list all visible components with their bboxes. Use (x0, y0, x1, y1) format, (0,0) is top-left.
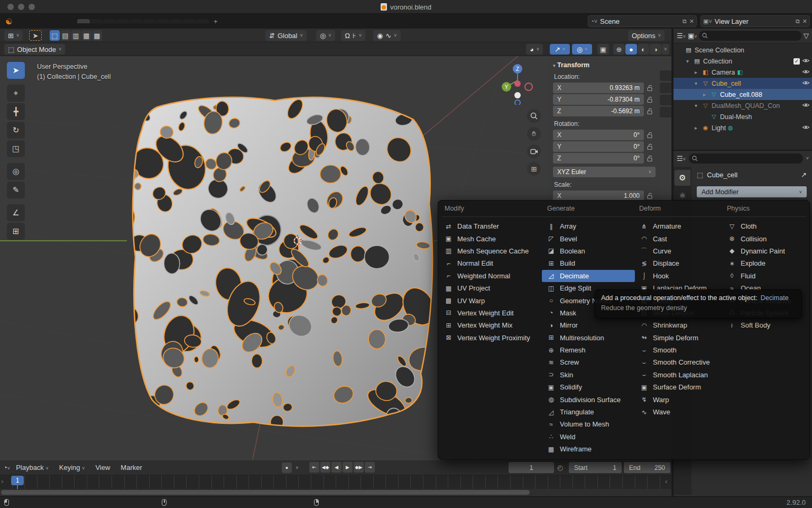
play-button[interactable]: ▶ (343, 462, 353, 473)
expander-icon[interactable]: ▸ (701, 92, 708, 97)
new-layer-icon[interactable]: ⧉ (796, 18, 800, 25)
modifier-menu-item[interactable]: ◸Bevel (542, 232, 635, 244)
move-view-button[interactable]: ✋︎ (527, 127, 541, 141)
delete-scene-icon[interactable]: ✕ (689, 18, 694, 25)
perspective-toggle-button[interactable]: ⊞ (527, 162, 541, 176)
modifier-menu-item[interactable]: ∗Explode (723, 257, 807, 269)
modifier-menu-item[interactable]: ◿Decimate (542, 270, 635, 282)
properties-filter-dropdown[interactable]: ˅ (806, 156, 809, 161)
modifier-menu-item[interactable]: ▦Wireframe (542, 443, 635, 455)
modifier-menu-item[interactable]: ⌡Hook (635, 270, 723, 282)
outliner-row[interactable]: ▸ ◉ Light ◍ (673, 122, 812, 133)
tool-button[interactable]: ➤ (7, 62, 25, 79)
select-extend-icon[interactable]: ▤ (60, 30, 70, 41)
keying-menu[interactable]: Keying ˅ (54, 462, 90, 473)
modifier-menu-item[interactable]: ≀Soft Body (723, 319, 807, 331)
modifier-menu-item[interactable]: ▥Mesh Sequence Cache (439, 245, 542, 257)
wireframe-shading-icon[interactable]: ⊕ (613, 44, 625, 55)
viewport-menu-item[interactable] (80, 44, 89, 46)
select-intersect-icon[interactable]: ▩ (92, 30, 102, 41)
menu-item[interactable] (49, 19, 58, 23)
proportional-edit-toggle[interactable]: ◉∿˅ (373, 30, 401, 41)
modifier-menu-item[interactable]: ⌒Curve (635, 245, 723, 257)
workspace-tab[interactable] (196, 19, 209, 23)
viewport-menu-item[interactable] (90, 44, 98, 46)
location-z-field[interactable]: Z-0.5692 m (553, 106, 644, 116)
current-frame-field[interactable]: 1 (509, 462, 554, 473)
modifier-menu-item[interactable]: ▩UV Warp (439, 294, 542, 306)
outliner-search-input[interactable] (699, 31, 801, 41)
outliner-row[interactable]: ▾ ▽ DualMesh_QUAD_Con (673, 100, 812, 111)
transform-panel-header[interactable]: ▾ Transform (553, 61, 656, 69)
outliner-row[interactable]: ▾ ▽ Cube_cell (673, 78, 812, 89)
menu-item[interactable] (30, 19, 39, 23)
outliner-row[interactable]: ▤ Scene Collection (673, 44, 812, 56)
properties-search-input[interactable] (689, 153, 803, 164)
workspace-tab[interactable] (156, 19, 169, 23)
hide-eye-icon[interactable] (802, 80, 810, 87)
menu-item[interactable] (20, 19, 30, 23)
scene-selector[interactable]: ◔˅ Scene ⧉ ✕ (588, 15, 697, 27)
add-workspace-button[interactable]: + (209, 15, 223, 28)
modifier-menu-item[interactable]: ⌐Weighted Normal (439, 270, 542, 282)
modifier-menu-item[interactable]: ◆Dynamic Paint (723, 245, 807, 257)
rendered-shading-icon[interactable]: ◑ (650, 44, 661, 55)
rotation-z-field[interactable]: Z0° (553, 153, 644, 164)
view-menu[interactable]: View (90, 462, 115, 473)
rotation-x-field[interactable]: X0° (553, 130, 644, 140)
modifier-menu-item[interactable]: ∿Wave (635, 406, 723, 418)
modifier-menu-item[interactable]: ◠Shrinkwrap (635, 319, 723, 331)
modifier-properties-tab[interactable]: ⚙ (675, 170, 690, 186)
frame-end-field[interactable]: End250 (624, 462, 670, 473)
timeline-editor-selector[interactable]: ◔˅ (3, 464, 10, 471)
blender-logo-icon[interactable]: ☯ (5, 17, 16, 25)
delete-layer-icon[interactable]: ✕ (802, 18, 807, 25)
properties-editor-selector[interactable]: ☲˅ (677, 155, 686, 162)
sidebar-tab[interactable] (660, 83, 671, 93)
camera-view-button[interactable] (527, 144, 541, 158)
modifier-menu-item[interactable]: ◊Fluid (723, 270, 807, 282)
timeline-ruler[interactable]: 1 › ‹ (0, 475, 671, 489)
tool-button[interactable]: ⌖ (7, 85, 25, 102)
modifier-menu-item[interactable]: ◿Triangulate (542, 406, 635, 418)
current-frame-indicator[interactable]: 1 (11, 476, 24, 485)
tool-button[interactable]: ∠ (7, 204, 25, 221)
snap-toggle[interactable]: Ω⊦˅ (341, 30, 365, 41)
outliner-row[interactable]: ▽ Dual-Mesh (673, 111, 812, 122)
hide-eye-icon[interactable] (802, 102, 810, 110)
modifier-menu-item[interactable]: ▽Cloth (723, 220, 807, 232)
play-reverse-button[interactable]: ◀ (331, 462, 342, 473)
add-modifier-button[interactable]: Add Modifier˅ (697, 186, 807, 197)
editor-type-selector[interactable]: ⊞˅ (4, 30, 23, 41)
menu-item[interactable] (58, 19, 68, 23)
modifier-menu-item[interactable]: ↬Simple Deform (635, 332, 723, 344)
previous-keyframe-button[interactable]: ◀◆ (320, 462, 330, 473)
frame-start-field[interactable]: Start1 (569, 462, 622, 473)
modifier-menu-item[interactable]: ≶Displace (635, 257, 723, 269)
scale-x-field[interactable]: X1.000 (553, 190, 644, 201)
hide-eye-icon[interactable] (802, 69, 810, 76)
tool-button[interactable]: ╋ (7, 103, 25, 120)
tool-button[interactable]: ◎ (7, 163, 25, 180)
modifier-menu-item[interactable]: ⌐Normal Edit (439, 257, 542, 269)
modifier-menu-item[interactable]: ▦UV Project (439, 282, 542, 294)
modifier-menu-item[interactable]: ◪Boolean (542, 245, 635, 257)
lock-icon[interactable] (644, 84, 656, 92)
modifier-menu-item[interactable]: ⊠Vertex Weight Proximity (439, 332, 542, 344)
collection-checkbox[interactable]: ✓ (793, 58, 800, 65)
transform-orientation-dropdown[interactable]: ⇵Global˅ (265, 30, 307, 41)
location-x-field[interactable]: X0.93263 m (553, 83, 644, 93)
hide-eye-icon[interactable] (802, 58, 810, 65)
outliner-editor-selector[interactable]: ☰˅ (677, 32, 686, 40)
shading-dropdown-icon[interactable]: ˅ (662, 44, 669, 55)
jump-to-start-button[interactable]: ⇤ (309, 462, 319, 473)
solid-shading-icon[interactable]: ● (625, 44, 637, 55)
modifier-menu-item[interactable]: ↯Warp (635, 393, 723, 405)
modifier-menu-item[interactable]: ⌣Smooth (635, 344, 723, 356)
modifier-menu-item[interactable]: ∥Array (542, 220, 635, 232)
options-dropdown[interactable]: Options˅ (628, 30, 665, 41)
marker-menu[interactable]: Marker (116, 462, 146, 473)
menu-item[interactable] (39, 19, 49, 23)
modifier-menu-item[interactable]: ⌣Smooth Corrective (635, 356, 723, 368)
sidebar-tab[interactable] (660, 107, 671, 117)
